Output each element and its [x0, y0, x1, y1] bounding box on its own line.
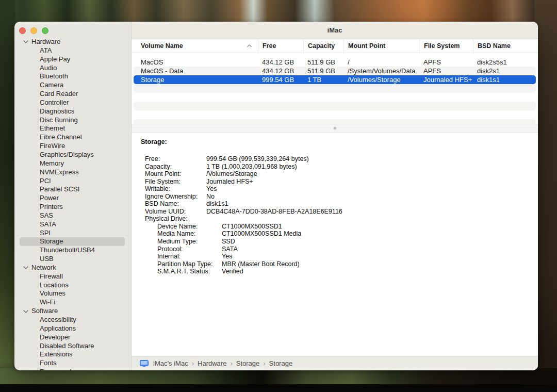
sidebar-item-pci[interactable]: PCI [14, 177, 131, 186]
sidebar-group-software[interactable]: Software [14, 307, 131, 316]
computer-icon [140, 360, 149, 367]
detail-field-value: Yes [206, 185, 532, 193]
splitter-handle-icon[interactable] [334, 127, 336, 129]
sidebar-item-sas[interactable]: SAS [14, 211, 131, 220]
breadcrumb-separator: › [263, 360, 265, 367]
column-header-free[interactable]: Free [258, 39, 303, 53]
detail-field-label: Protocol: [157, 246, 222, 253]
cell-volume-name: Storage [134, 76, 258, 84]
sidebar-item-frameworks[interactable]: Frameworks [14, 368, 131, 370]
sidebar-item-fonts[interactable]: Fonts [14, 359, 131, 368]
sidebar-item-memory[interactable]: Memory [14, 159, 131, 168]
sidebar-item-firewall[interactable]: Firewall [14, 272, 131, 281]
sidebar-item-volumes[interactable]: Volumes [14, 289, 131, 298]
sidebar-item-label: SPI [40, 229, 51, 237]
sidebar-item-printers[interactable]: Printers [14, 203, 131, 211]
sidebar-item-thunderbolt-usb4[interactable]: Thunderbolt/USB4 [14, 246, 131, 255]
detail-field-value: disk1s1 [206, 200, 532, 208]
detail-field-label: Ignore Ownership: [145, 193, 206, 201]
detail-field-label: Medium Type: [157, 238, 222, 246]
sidebar-item-locations[interactable]: Locations [14, 281, 131, 290]
sidebar-item-accessibility[interactable]: Accessibility [14, 316, 131, 324]
sidebar-item-camera[interactable]: Camera [14, 81, 131, 90]
volume-row-macos[interactable]: MacOS 434.12 GB 511.9 GB / APFS disk2s5s… [134, 58, 536, 67]
detail-field-row: Capacity: 1 TB (1,000,203,091,968 bytes) [141, 163, 532, 171]
sidebar-item-disc-burning[interactable]: Disc Burning [14, 116, 131, 125]
column-header-volume-name[interactable]: Volume Name [132, 39, 258, 53]
sidebar-item-developer[interactable]: Developer [14, 333, 131, 342]
sidebar-item-label: Diagnostics [40, 107, 74, 115]
detail-field-label: Internal: [157, 253, 222, 260]
sidebar-item-spi[interactable]: SPI [14, 229, 131, 238]
main-fields: Free: 999.54 GB (999,539,339,264 bytes) … [141, 155, 532, 215]
detail-field-value: SATA [222, 246, 532, 253]
detail-field-label: Device Name: [157, 223, 222, 231]
sidebar-item-label: Ethernet [40, 124, 65, 132]
sidebar-item-storage[interactable]: Storage [20, 237, 125, 246]
sidebar-item-label: Card Reader [40, 90, 78, 97]
sidebar-group-hardware[interactable]: Hardware [14, 38, 131, 46]
sort-ascending-icon [247, 44, 252, 47]
sidebar-item-graphics-displays[interactable]: Graphics/Displays [14, 151, 131, 159]
detail-field-row: Device Name: CT1000MX500SSD1 [141, 223, 532, 231]
column-header-bsd-name[interactable]: BSD Name [473, 39, 538, 53]
detail-field-label: BSD Name: [145, 200, 206, 208]
sidebar-item-sata[interactable]: SATA [14, 220, 131, 229]
sidebar-item-wi-fi[interactable]: Wi-Fi [14, 298, 131, 307]
sidebar-item-label: Accessibility [40, 316, 76, 323]
sidebar-item-applications[interactable]: Applications [14, 324, 131, 333]
sidebar-item-disabled-software[interactable]: Disabled Software [14, 342, 131, 351]
sidebar-item-controller[interactable]: Controller [14, 99, 131, 107]
sidebar-item-apple-pay[interactable]: Apple Pay [14, 55, 131, 64]
detail-field-row: Medium Type: SSD [141, 238, 532, 246]
volume-row-storage[interactable]: Storage 999.54 GB 1 TB /Volumes/Storage … [134, 75, 536, 84]
sidebar-item-parallel-scsi[interactable]: Parallel SCSI [14, 185, 131, 194]
detail-field-value: Yes [222, 253, 532, 260]
drive-fields: Device Name: CT1000MX500SSD1 Media Name:… [141, 223, 532, 275]
sidebar-item-ata[interactable]: ATA [14, 46, 131, 55]
cell-free: 434.12 GB [258, 58, 303, 66]
sidebar-item-label: Bluetooth [40, 72, 68, 80]
breadcrumb-item-storage: Storage [236, 360, 260, 367]
sidebar-item-label: Locations [40, 281, 69, 289]
sidebar-item-usb[interactable]: USB [14, 255, 131, 264]
minimize-button[interactable] [30, 27, 37, 34]
pane-splitter[interactable] [132, 124, 538, 133]
sidebar-item-extensions[interactable]: Extensions [14, 350, 131, 359]
system-information-window: Hardware ATA Apple Pay Audio Bluetooth C… [14, 22, 538, 370]
sidebar-item-card-reader[interactable]: Card Reader [14, 90, 131, 99]
detail-title: Storage: [141, 138, 532, 145]
sidebar-item-fibre-channel[interactable]: Fibre Channel [14, 133, 131, 142]
sidebar-item-label: Disabled Software [40, 342, 94, 350]
close-button[interactable] [19, 27, 26, 34]
column-header-file-system[interactable]: File System [419, 39, 473, 53]
volumes-table-header: Volume Name Free Capacity Mount Point Fi… [132, 39, 538, 53]
volume-row-macos-data[interactable]: MacOS - Data 434.12 GB 511.9 GB /System/… [134, 67, 536, 75]
detail-field-label: Capacity: [145, 163, 206, 171]
sidebar-item-bluetooth[interactable]: Bluetooth [14, 72, 131, 81]
sidebar-item-label: Extensions [40, 350, 73, 358]
sidebar-item-ethernet[interactable]: Ethernet [14, 124, 131, 133]
sidebar-item-audio[interactable]: Audio [14, 64, 131, 73]
column-header-mount-point[interactable]: Mount Point [343, 39, 419, 53]
zoom-button[interactable] [42, 27, 48, 34]
sidebar-item-firewire[interactable]: FireWire [14, 142, 131, 151]
sidebar-item-label: Audio [40, 64, 57, 72]
column-header-capacity[interactable]: Capacity [303, 39, 343, 53]
sidebar-item-nvmexpress[interactable]: NVMExpress [14, 168, 131, 177]
sidebar-item-power[interactable]: Power [14, 194, 131, 203]
detail-field-label: Free: [145, 155, 206, 163]
sidebar-item-label: USB [40, 255, 54, 263]
sidebar-list: Hardware ATA Apple Pay Audio Bluetooth C… [14, 38, 131, 370]
detail-field-row: File System: Journaled HFS+ [141, 178, 532, 186]
detail-fields: Free: 999.54 GB (999,539,339,264 bytes) … [141, 155, 532, 275]
detail-pane[interactable]: Storage: Free: 999.54 GB (999,539,339,26… [132, 133, 538, 356]
detail-field-label: Mount Point: [145, 170, 206, 178]
sidebar-item-label: SATA [40, 220, 56, 228]
cell-mount-point: /Volumes/Storage [343, 76, 419, 84]
detail-field-value: No [206, 193, 532, 201]
sidebar-group-network[interactable]: Network [14, 264, 131, 272]
volumes-table-body: MacOS 434.12 GB 511.9 GB / APFS disk2s5s… [132, 53, 538, 124]
sidebar-item-diagnostics[interactable]: Diagnostics [14, 107, 131, 116]
sidebar-group-label: Software [31, 307, 58, 316]
